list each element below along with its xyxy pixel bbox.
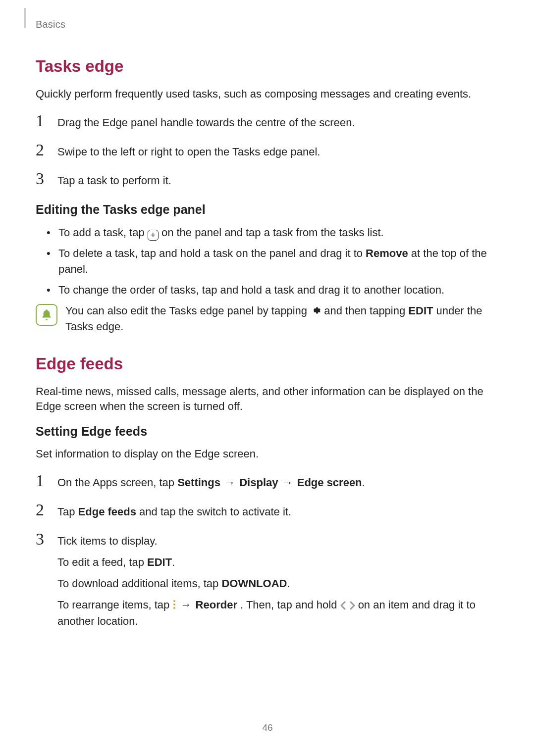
text: Tap xyxy=(57,505,78,518)
note-text: You can also edit the Tasks edge panel b… xyxy=(65,303,499,335)
step-text: Swipe to the left or right to open the T… xyxy=(57,144,499,160)
setting-edge-feeds-heading: Setting Edge feeds xyxy=(36,424,499,439)
arrow-icon: → xyxy=(282,476,296,489)
note-mid: and then tapping xyxy=(324,304,408,317)
bold-text: Settings xyxy=(177,476,220,489)
list-item: To delete a task, tap and hold a task on… xyxy=(36,246,499,277)
edge-feeds-title: Edge feeds xyxy=(36,354,499,373)
step-extra: To download additional items, tap DOWNLO… xyxy=(57,575,499,592)
svg-point-2 xyxy=(173,607,175,609)
note-prefix: You can also edit the Tasks edge panel b… xyxy=(65,304,310,317)
text: and tap the switch to activate it. xyxy=(139,505,291,518)
arrow-icon: → xyxy=(224,476,238,489)
step-number: 3 xyxy=(36,531,49,548)
list-item: To add a task, tap + on the panel and ta… xyxy=(36,225,499,241)
more-icon xyxy=(172,599,176,610)
text: To rearrange items, tap xyxy=(57,599,172,611)
list-item: 3 Tap a task to perform it. xyxy=(36,170,499,189)
text: . xyxy=(287,577,290,590)
plus-icon: + xyxy=(148,230,159,241)
step-text: Drag the Edge panel handle towards the c… xyxy=(57,115,499,131)
bold-text: DOWNLOAD xyxy=(221,577,287,590)
bold-text: Remove xyxy=(366,247,408,259)
step-number: 2 xyxy=(36,142,49,158)
bullet-text: To change the order of tasks, tap and ho… xyxy=(58,284,444,296)
edge-feeds-steps: 1 On the Apps screen, tap Settings → Dis… xyxy=(36,472,499,629)
text: . xyxy=(362,476,365,489)
chevron-left-right-icon xyxy=(340,601,355,610)
step-number: 2 xyxy=(36,502,49,518)
list-item: 1 Drag the Edge panel handle towards the… xyxy=(36,112,499,131)
bullet-text: on the panel and tap a task from the tas… xyxy=(161,226,384,239)
svg-point-0 xyxy=(173,600,175,602)
setting-edge-feeds-intro: Set information to display on the Edge s… xyxy=(36,447,499,461)
text: Tick items to display. xyxy=(57,533,499,549)
note-block: You can also edit the Tasks edge panel b… xyxy=(36,303,499,335)
step-extra: To edit a feed, tap EDIT. xyxy=(57,554,499,570)
step-text: Tap Edge feeds and tap the switch to act… xyxy=(57,504,499,520)
bold-text: Reorder xyxy=(196,599,237,611)
header-rule xyxy=(24,8,26,28)
list-item: 1 On the Apps screen, tap Settings → Dis… xyxy=(36,472,499,491)
bullet-text: To add a task, tap xyxy=(58,226,148,239)
list-item: 2 Swipe to the left or right to open the… xyxy=(36,142,499,160)
step-extra: To rearrange items, tap → Reorder . Then… xyxy=(57,597,499,629)
page-number: 46 xyxy=(0,722,535,733)
text: . xyxy=(172,556,175,568)
step-number: 3 xyxy=(36,170,49,187)
bold-text: Edge screen xyxy=(297,476,362,489)
step-text: Tap a task to perform it. xyxy=(57,173,499,189)
tasks-edge-title: Tasks edge xyxy=(36,57,499,76)
text: . Then, tap and hold xyxy=(240,599,340,611)
list-item: To change the order of tasks, tap and ho… xyxy=(36,282,499,298)
list-item: 2 Tap Edge feeds and tap the switch to a… xyxy=(36,502,499,520)
edge-feeds-intro: Real-time news, missed calls, message al… xyxy=(36,384,499,413)
step-number: 1 xyxy=(36,472,49,489)
bold-text: Edge feeds xyxy=(78,505,136,518)
step-text: Tick items to display. To edit a feed, t… xyxy=(57,533,499,629)
text: To edit a feed, tap xyxy=(57,556,147,568)
text: To download additional items, tap xyxy=(57,577,221,590)
arrow-icon: → xyxy=(180,599,194,611)
bell-icon xyxy=(36,304,57,326)
tasks-edge-steps: 1 Drag the Edge panel handle towards the… xyxy=(36,112,499,189)
breadcrumb: Basics xyxy=(36,19,499,30)
settings-icon xyxy=(310,305,321,316)
bullet-text: To delete a task, tap and hold a task on… xyxy=(58,247,366,259)
list-item: 3 Tick items to display. To edit a feed,… xyxy=(36,531,499,629)
editing-tasks-bullets: To add a task, tap + on the panel and ta… xyxy=(36,225,499,298)
bold-text: EDIT xyxy=(408,304,433,317)
bold-text: EDIT xyxy=(147,556,172,568)
editing-tasks-heading: Editing the Tasks edge panel xyxy=(36,202,499,217)
step-text: On the Apps screen, tap Settings → Displ… xyxy=(57,475,499,491)
text: On the Apps screen, tap xyxy=(57,476,177,489)
step-number: 1 xyxy=(36,112,49,129)
bold-text: Display xyxy=(239,476,278,489)
tasks-edge-intro: Quickly perform frequently used tasks, s… xyxy=(36,87,499,101)
svg-point-1 xyxy=(173,604,175,605)
